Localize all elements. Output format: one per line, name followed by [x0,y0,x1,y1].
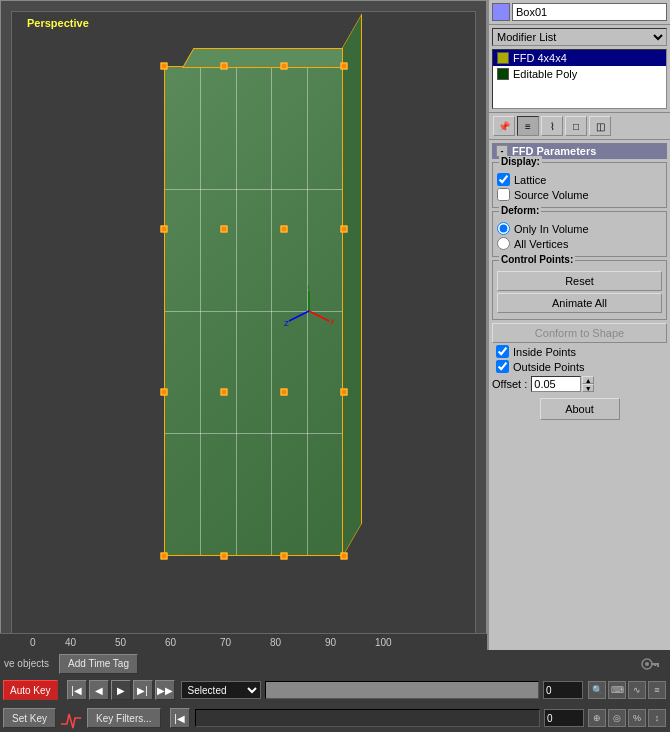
toolbar-bend-btn[interactable]: ⌇ [541,116,563,136]
curve-icon[interactable]: ∿ [628,681,646,699]
offset-row: Offset : ▲ ▼ [492,376,667,392]
time-slider[interactable] [265,681,539,699]
offset-spinner: ▲ ▼ [582,376,594,392]
offset-up-btn[interactable]: ▲ [582,376,594,384]
ruler-mark-50: 50 [115,637,126,648]
ruler-mark-40: 40 [65,637,76,648]
offset-down-btn[interactable]: ▼ [582,384,594,392]
lattice-row: Lattice [497,173,662,186]
svg-rect-10 [654,663,656,666]
axis-indicator: X Y Z [284,286,334,338]
selected-dropdown[interactable]: Selected [181,681,261,699]
frame-input[interactable] [543,681,583,699]
end-frame-input[interactable] [544,709,584,727]
ctrl-point[interactable] [340,552,347,559]
name-color-swatch[interactable] [492,3,510,21]
magnet-icon[interactable]: 🔍 [588,681,606,699]
viewport[interactable]: Perspective [0,0,487,651]
prev-frame-btn[interactable]: ◀ [89,680,109,700]
ctrl-point[interactable] [280,225,287,232]
ctrl-point[interactable] [160,552,167,559]
ruler-mark-90: 90 [325,637,336,648]
source-volume-label: Source Volume [514,189,589,201]
ctrl-point[interactable] [280,62,287,69]
angle-snap-icon[interactable]: ◎ [608,709,626,727]
toolbar-shell-btn[interactable]: □ [565,116,587,136]
ctrl-point[interactable] [220,62,227,69]
prev-key-btn[interactable]: |◀ [170,708,190,728]
go-end-btn[interactable]: ▶▶ [155,680,175,700]
frame-range-bar[interactable] [195,709,540,727]
animate-all-button[interactable]: Animate All [497,293,662,313]
modifier-editable-poly[interactable]: Editable Poly [493,66,666,82]
key-filters-button[interactable]: Key Filters... [87,708,161,728]
layers-icon[interactable]: ≡ [648,681,666,699]
reset-button[interactable]: Reset [497,271,662,291]
deform-group-label: Deform: [499,205,541,216]
play-btn[interactable]: ▶ [111,680,131,700]
name-field-row [489,0,670,25]
inside-points-checkbox[interactable] [496,345,509,358]
conform-to-shape-button[interactable]: Conform to Shape [492,323,667,343]
svg-line-0 [309,311,329,321]
all-vertices-label: All Vertices [514,238,568,250]
set-key-button[interactable]: Set Key [3,708,56,728]
auto-key-button[interactable]: Auto Key [3,680,58,700]
next-frame-btn[interactable]: ▶| [133,680,153,700]
ruler-mark-0: 0 [30,637,36,648]
bottom-ruler: 0 40 50 60 70 80 90 100 [0,633,487,651]
right-icons: 🔍 ⌨ ∿ ≡ [587,681,667,699]
offset-input[interactable] [531,376,581,392]
bottom-right-icons: ⊕ ◎ % ↕ [587,709,667,727]
percent-snap-icon[interactable]: % [628,709,646,727]
ruler-mark-60: 60 [165,637,176,648]
add-time-tag-btn[interactable]: Add Time Tag [59,654,138,674]
offset-label: Offset : [492,378,527,390]
keys-icon[interactable]: ⌨ [608,681,626,699]
outside-points-row: Outside Points [496,360,667,373]
outside-points-checkbox[interactable] [496,360,509,373]
about-button[interactable]: About [540,398,620,420]
bottom-toolbar: Z Grid = 100.0 ve objects Add Time Tag [0,651,670,732]
ffd-parameters-panel: - FFD Parameters Display: Lattice Source… [492,143,667,420]
svg-text:X: X [330,317,334,326]
display-group-label: Display: [499,156,542,167]
toolbar-transform-btn[interactable]: ≡ [517,116,539,136]
only-in-volume-row: Only In Volume [497,222,662,235]
ctrl-point[interactable] [220,225,227,232]
source-volume-row: Source Volume [497,188,662,201]
ctrl-point[interactable] [280,552,287,559]
ctrl-point[interactable] [340,225,347,232]
toolbar-camera-btn[interactable]: ◫ [589,116,611,136]
ctrl-point[interactable] [280,388,287,395]
control-points-label: Control Points: [499,254,575,265]
snap-icon[interactable]: ⊕ [588,709,606,727]
source-volume-checkbox[interactable] [497,188,510,201]
ctrl-point[interactable] [160,62,167,69]
ctrl-point[interactable] [340,62,347,69]
modifier-stack: FFD 4x4x4 Editable Poly [492,49,667,109]
ctrl-point[interactable] [340,388,347,395]
set-key-bar: Set Key Key Filters... |◀ ⊕ ◎ % ↕ [0,704,670,732]
toolbar-pin-btn[interactable]: 📌 [493,116,515,136]
ctrl-point[interactable] [160,225,167,232]
lattice-checkbox[interactable] [497,173,510,186]
go-start-btn[interactable]: |◀ [67,680,87,700]
ctrl-point[interactable] [220,388,227,395]
object-name-input[interactable] [512,3,667,21]
svg-point-7 [645,662,649,666]
svg-line-4 [289,311,309,321]
all-vertices-radio[interactable] [497,237,510,250]
mod-icon-ffd [497,52,509,64]
svg-text:Z: Z [284,319,289,328]
modifier-ffd[interactable]: FFD 4x4x4 [493,50,666,66]
modifier-list-select[interactable]: Modifier List [492,28,667,46]
only-in-volume-radio[interactable] [497,222,510,235]
status-text: ve objects [4,658,49,669]
control-points-group: Control Points: Reset Animate All [492,260,667,320]
ruler-mark-100: 100 [375,637,392,648]
ctrl-point[interactable] [160,388,167,395]
spinner-snap-icon[interactable]: ↕ [648,709,666,727]
ctrl-point[interactable] [220,552,227,559]
animation-bar: Auto Key |◀ ◀ ▶ ▶| ▶▶ Selected 🔍 ⌨ ∿ ≡ [0,676,670,704]
